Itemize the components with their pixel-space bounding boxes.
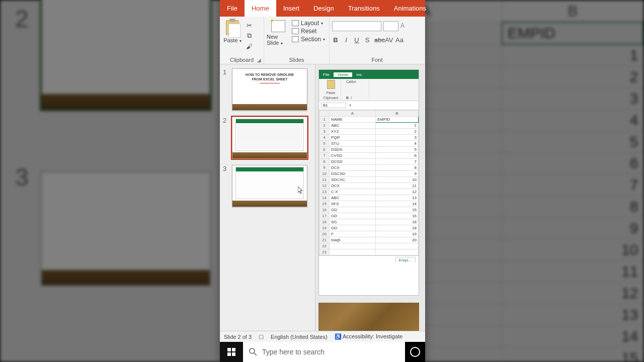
- slide-canvas-area[interactable]: File Home Ins Paste Clipboard Calibri B …: [315, 64, 425, 331]
- bg-slide-number: 2: [15, 5, 29, 33]
- cortana-icon: [410, 347, 420, 357]
- tab-home[interactable]: Home: [245, 0, 276, 17]
- status-bar: Slide 2 of 3 ▢ English (United States) ♿…: [220, 331, 425, 342]
- windows-taskbar: Type here to search: [220, 342, 425, 362]
- slide-thumbnail-panel[interactable]: 1 HOW TO REMOVE GRIDLINEFROM EXCEL SHEET…: [220, 64, 315, 331]
- svg-rect-1: [232, 348, 235, 351]
- slide-thumbnail-1[interactable]: HOW TO REMOVE GRIDLINEFROM EXCEL SHEET: [232, 68, 307, 111]
- ribbon-body: Paste ▾ ✂ ⧉ 🖌 Clipboard◢ New Slide ▾ Lay…: [220, 17, 425, 64]
- excel-tab-file[interactable]: File: [319, 72, 334, 77]
- embedded-excel[interactable]: File Home Ins Paste Clipboard Calibri B …: [318, 69, 419, 296]
- excel-font-name[interactable]: Calibri: [346, 80, 367, 83]
- slide-thumbnail-2[interactable]: [232, 117, 307, 159]
- status-language[interactable]: English (United States): [271, 334, 328, 340]
- copy-icon[interactable]: ⧉: [245, 31, 254, 40]
- tab-animations[interactable]: Animations: [387, 0, 433, 17]
- font-size-combo[interactable]: [383, 21, 398, 31]
- new-slide-button[interactable]: New Slide ▾: [267, 18, 290, 46]
- new-slide-icon: [271, 20, 285, 32]
- layout-button[interactable]: Layout ▾: [292, 20, 325, 27]
- taskbar-search[interactable]: Type here to search: [243, 342, 405, 362]
- slide-footer-band: [318, 303, 419, 331]
- svg-rect-2: [227, 352, 231, 356]
- excel-sheet-tab[interactable]: Empl…: [395, 257, 416, 263]
- paste-button[interactable]: Paste ▾: [222, 18, 243, 43]
- tab-insert[interactable]: Insert: [276, 0, 307, 17]
- slide-number: 3: [223, 165, 228, 207]
- tab-transitions[interactable]: Transitions: [341, 0, 387, 17]
- slide-thumbnail-3[interactable]: [232, 165, 307, 207]
- svg-line-5: [254, 353, 257, 355]
- underline-button[interactable]: U: [353, 36, 360, 44]
- font-family-combo[interactable]: [332, 21, 381, 31]
- search-icon: [249, 348, 257, 356]
- excel-paste-icon[interactable]: [327, 80, 335, 89]
- ribbon-tabs: File Home Insert Design Transitions Anim…: [220, 0, 425, 17]
- search-placeholder: Type here to search: [262, 348, 325, 356]
- excel-worksheet[interactable]: AB 1NAMEEMPID 2ABC13XYZ24PQR35STU46DSDS5…: [319, 110, 419, 255]
- svg-rect-3: [232, 352, 235, 356]
- section-button[interactable]: Section ▾: [292, 36, 325, 43]
- svg-point-4: [250, 348, 255, 353]
- slide-number: 2: [223, 117, 228, 159]
- tab-file[interactable]: File: [220, 0, 245, 17]
- status-slide-count: Slide 2 of 3: [224, 334, 252, 340]
- cortana-button[interactable]: [405, 342, 425, 362]
- italic-button[interactable]: I: [343, 36, 350, 44]
- strikethrough-icon[interactable]: abc: [374, 36, 381, 44]
- slide-number: 1: [223, 68, 228, 111]
- start-button[interactable]: [220, 342, 243, 362]
- cut-icon[interactable]: ✂: [245, 21, 254, 30]
- format-painter-icon[interactable]: 🖌: [245, 42, 254, 51]
- powerpoint-window: File Home Insert Design Transitions Anim…: [220, 0, 425, 362]
- char-spacing-icon[interactable]: AV: [385, 36, 392, 44]
- accessibility-status[interactable]: ♿ Accessibility: Investigate: [335, 333, 403, 340]
- tab-design[interactable]: Design: [306, 0, 341, 17]
- increase-font-icon[interactable]: A: [400, 22, 405, 29]
- strike-button[interactable]: S: [364, 36, 371, 44]
- dialog-launcher-icon[interactable]: ◢: [257, 57, 261, 63]
- notes-icon[interactable]: ▢: [259, 333, 264, 340]
- change-case-icon[interactable]: Aa: [395, 36, 403, 44]
- reset-button[interactable]: Reset: [292, 28, 325, 35]
- clipboard-icon: [226, 20, 239, 35]
- excel-name-box[interactable]: B1: [321, 103, 346, 108]
- windows-icon: [227, 348, 235, 356]
- excel-tab-insert[interactable]: Ins: [352, 72, 366, 77]
- svg-rect-0: [227, 348, 231, 351]
- bg-slide-number: 3: [15, 163, 29, 191]
- excel-tab-home[interactable]: Home: [334, 72, 352, 77]
- bold-button[interactable]: B: [332, 36, 339, 44]
